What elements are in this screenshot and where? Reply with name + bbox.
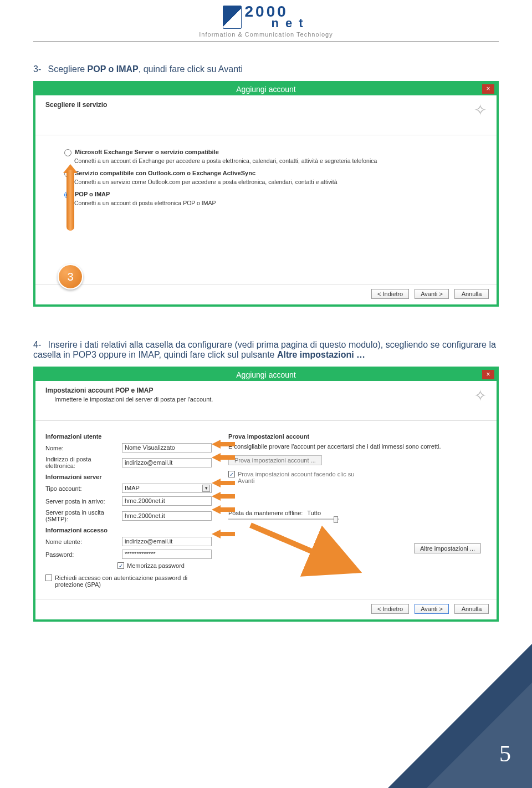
- test-account-button[interactable]: Prova impostazioni account ...: [228, 455, 322, 465]
- incoming-server-field[interactable]: hme.2000net.it: [122, 496, 212, 506]
- close-icon[interactable]: ×: [482, 370, 494, 379]
- slider-thumb[interactable]: [334, 516, 338, 523]
- page-corner: 5: [388, 644, 532, 788]
- close-icon[interactable]: ×: [482, 84, 494, 94]
- back-button[interactable]: < Indietro: [371, 604, 409, 614]
- dialog2-heading: Impostazioni account POP e IMAP: [45, 387, 213, 394]
- dialog1-heading: Scegliere il servizio: [45, 101, 107, 109]
- page-number: 5: [499, 740, 511, 767]
- radio-activesync-label: Servizio compatibile con Outlook.com o E…: [75, 170, 255, 176]
- password-label: Password:: [45, 551, 117, 558]
- section-access-info: Informazioni accesso: [45, 527, 212, 533]
- cancel-button[interactable]: Annulla: [454, 289, 489, 299]
- radio-exchange[interactable]: [64, 149, 71, 156]
- chevron-down-icon: ▾: [202, 485, 210, 492]
- test-advice-text: È consigliabile provare l'account per ac…: [228, 443, 487, 450]
- email-field[interactable]: indirizzo@email.it: [122, 458, 212, 467]
- logo-tagline: Information & Communication Technology: [199, 31, 332, 38]
- dialog2-subheading: Immettere le impostazioni del server di …: [54, 396, 213, 403]
- spa-label: Richiedi accesso con autenticazione pass…: [55, 575, 188, 588]
- logo: 2000 net Information & Communication Tec…: [199, 4, 332, 38]
- remember-password-label: Memorizza password: [127, 562, 185, 569]
- incoming-server-label: Server posta in arrivo:: [45, 498, 117, 505]
- username-field[interactable]: indirizzo@email.it: [122, 537, 212, 546]
- logo-mark: [223, 6, 242, 29]
- section-server-info: Informazioni server: [45, 474, 212, 480]
- cursor-icon: ✧: [474, 387, 487, 405]
- radio-exchange-desc: Connetti a un account di Exchange per ac…: [74, 157, 487, 164]
- dialog1-title: Aggiungi account: [236, 85, 295, 94]
- dialog2-body: Informazioni utente Nome: Nome Visualizz…: [35, 421, 497, 599]
- next-button[interactable]: Avanti >: [415, 289, 449, 299]
- offline-value: Tutto: [307, 510, 321, 516]
- dialog-choose-service: Aggiungi account × Scegliere il servizio…: [33, 81, 499, 307]
- spa-checkbox[interactable]: [45, 575, 52, 581]
- dialog-account-settings: Aggiungi account × Impostazioni account …: [33, 367, 499, 622]
- outgoing-server-field[interactable]: hme.2000net.it: [122, 511, 212, 521]
- cancel-button[interactable]: Annulla: [454, 604, 489, 614]
- remember-password-checkbox[interactable]: ✓: [117, 562, 124, 569]
- name-label: Nome:: [45, 445, 117, 451]
- callout-3-bubble: 3: [58, 264, 83, 289]
- radio-pop-imap-desc: Connetti a un account di posta elettroni…: [74, 200, 487, 206]
- cursor-icon: ✧: [474, 101, 487, 119]
- next-button[interactable]: Avanti >: [415, 604, 449, 614]
- offline-label: Posta da mantenere offline:: [228, 510, 303, 516]
- radio-exchange-label: Microsoft Exchange Server o servizio com…: [75, 149, 219, 155]
- radio-activesync-desc: Connetti a un servizio come Outlook.com …: [74, 179, 487, 185]
- email-label: Indirizzo di posta elettronica:: [45, 456, 117, 469]
- step-3-instruction: 3- Scegliere POP o IMAP, quindi fare cli…: [33, 64, 499, 74]
- username-label: Nome utente:: [45, 538, 117, 545]
- dialog1-titlebar: Aggiungi account ×: [35, 83, 497, 95]
- dialog2-title: Aggiungi account: [236, 370, 295, 379]
- dialog2-footer: < Indietro Avanti > Annulla: [35, 599, 497, 619]
- dialog1-footer: < Indietro Avanti > Annulla: [35, 284, 497, 304]
- section-user-info: Informazioni utente: [45, 433, 212, 440]
- outgoing-server-label: Server posta in uscita (SMTP):: [45, 509, 117, 522]
- dialog2-titlebar: Aggiungi account ×: [35, 369, 497, 381]
- step-4-instruction: 4- Inserire i dati relativi alla casella…: [33, 340, 499, 360]
- callout-arrow-stem: [66, 170, 74, 231]
- back-button[interactable]: < Indietro: [371, 289, 409, 299]
- dialog2-header: Impostazioni account POP e IMAP Immetter…: [35, 381, 497, 421]
- auto-test-checkbox[interactable]: ✓: [228, 471, 235, 477]
- account-type-select[interactable]: IMAP ▾: [122, 484, 212, 493]
- password-field[interactable]: *************: [122, 550, 212, 559]
- page-header: 2000 net Information & Communication Tec…: [33, 0, 499, 42]
- offline-slider[interactable]: [228, 518, 339, 520]
- auto-test-label: Prova impostazioni account facendo clic …: [238, 471, 360, 484]
- dialog1-header: Scegliere il servizio ✧: [35, 95, 497, 135]
- account-type-label: Tipo account:: [45, 485, 117, 492]
- more-settings-button[interactable]: Altre impostazioni ...: [414, 543, 481, 553]
- dialog2-right-col: Prova impostazioni account È consigliabi…: [228, 429, 487, 591]
- dialog1-body: Microsoft Exchange Server o servizio com…: [35, 135, 497, 284]
- radio-pop-imap-label: POP o IMAP: [75, 191, 110, 197]
- logo-text-bottom: net: [272, 18, 310, 29]
- name-field[interactable]: Nome Visualizzato: [122, 443, 212, 453]
- header-divider: [33, 42, 499, 42]
- section-test-account: Prova impostazioni account: [228, 433, 487, 440]
